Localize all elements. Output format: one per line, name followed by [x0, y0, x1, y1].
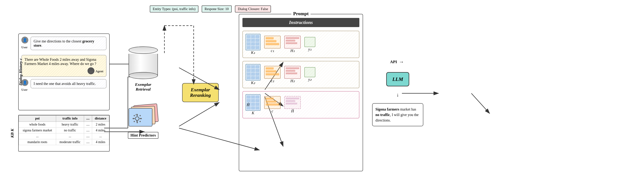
kb-table: poi traffic info .... distance whole foo… [19, 115, 109, 145]
mini-cell [251, 46, 255, 49]
exemplar-row-2: K₂ c₂ H₂ y₂ [242, 61, 359, 88]
mini-cell [251, 42, 255, 46]
history-bar [286, 103, 297, 104]
col-poi: poi [19, 115, 56, 122]
cell: 2 miles [92, 122, 109, 127]
history-bar [286, 98, 299, 99]
c2-label: c₂ [264, 79, 280, 83]
mini-cell [256, 103, 260, 106]
reranking-label-line2: Reranking [188, 93, 213, 98]
cell: 4 miles [92, 127, 109, 133]
h-hat-label: Ĥ [284, 109, 301, 113]
mini-y-1 [304, 37, 315, 47]
table-row: whole foods heavy traffic .... 2 miles [19, 122, 109, 127]
context-bar [266, 43, 279, 45]
k1-label: K₁ [246, 50, 260, 55]
exemplar-row-1: K₁ c₁ H₁ y₁ [242, 31, 359, 58]
context-bar [266, 70, 276, 72]
context-bar [266, 98, 274, 100]
exemplar-row-3: K c Ĥ [242, 91, 359, 118]
history-bar [286, 42, 297, 44]
entity-types-hint: Entity Types: (poi, traffic info) [150, 6, 198, 13]
agent-icon: 🎧 [88, 67, 94, 74]
mini-cell [251, 99, 255, 102]
hint-predictors: Hint Predictors [128, 104, 158, 139]
mini-cell [247, 46, 251, 49]
svg-rect-24 [139, 115, 141, 116]
mini-cell [251, 69, 255, 72]
svg-rect-21 [133, 118, 134, 119]
context-bar [266, 103, 279, 106]
kb-label: KB K [10, 129, 14, 138]
user-label-1: User [22, 46, 28, 49]
mini-cell [247, 65, 251, 68]
prompt-label: Prompt [292, 11, 310, 17]
right-arrow-icon: → [399, 59, 404, 65]
output-bold-1: Sigona farmers [376, 107, 399, 111]
mini-cell [256, 99, 260, 102]
svg-rect-22 [140, 118, 142, 119]
mini-cell [256, 69, 260, 72]
svg-line-8 [179, 102, 219, 126]
mini-history-2 [284, 66, 301, 79]
history-bar [286, 72, 297, 74]
mini-context-2 [264, 66, 280, 79]
k2-label: K₂ [246, 81, 260, 85]
mini-cell [251, 76, 255, 79]
llm-label: LLM [392, 76, 403, 82]
cell: moderate traffic [56, 139, 84, 145]
cell: ... [19, 133, 56, 139]
mini-cell [247, 39, 251, 42]
mini-cell [247, 42, 251, 46]
kb-box: poi traffic info .... distance whole foo… [18, 115, 110, 151]
cell: heavy traffic [56, 122, 84, 127]
table-row: sigona farmers market no traffic .... 4 … [19, 127, 109, 133]
output-bubble: Sigona farmers market has no traffic, I … [372, 103, 423, 126]
history-bar [286, 70, 295, 72]
bubble1-text: Give me directions to the closest [34, 39, 82, 43]
mini-cell [247, 69, 251, 72]
mini-cell [256, 39, 260, 42]
output-middle: market has [399, 107, 416, 111]
mini-cell [256, 76, 260, 79]
svg-rect-20 [137, 122, 138, 123]
mini-cell [256, 72, 260, 76]
context-bar [266, 73, 279, 75]
cell: 4 miles [92, 139, 109, 145]
c1-label: c₁ [264, 49, 280, 53]
cell: mandarin roots [19, 139, 56, 145]
history-bar [286, 100, 295, 102]
user-label-2: User [22, 88, 28, 92]
context-bar [266, 40, 276, 42]
exemplar-retrieval-label: Exemplar Retrieval [135, 82, 151, 92]
mini-cell [251, 65, 255, 68]
output-bold-2: no traffic [376, 113, 390, 117]
api-label: API [390, 60, 397, 64]
c-label: c [264, 109, 280, 113]
user-icon-1: 👤 [22, 37, 28, 44]
col-distance: distance [92, 115, 109, 122]
mini-cell [247, 99, 251, 102]
dialog-history-label: Dialog History c [18, 58, 23, 85]
cell: ... [56, 133, 84, 139]
mini-y-2 [304, 67, 315, 77]
mini-cell [251, 95, 255, 99]
mini-cell [251, 35, 255, 38]
mini-cell [256, 65, 260, 68]
context-bar [266, 100, 276, 103]
gear-icon [132, 113, 143, 124]
bubble2-text: There are Whole Foods 2 miles away and S… [24, 58, 96, 66]
mini-cell [251, 72, 255, 76]
context-bar [266, 67, 274, 70]
mini-cell [256, 106, 260, 110]
down-arrow-icon: ↓ [396, 92, 399, 98]
h1-label: H₁ [284, 49, 301, 53]
exemplar-retrieval-label-line1: Exemplar [135, 82, 151, 87]
col-dots: .... [84, 115, 92, 122]
cell: ... [92, 133, 109, 139]
dialog-bubble-1: Give me directions to the closest grocer… [30, 37, 106, 50]
mini-history-1 [284, 36, 301, 49]
svg-rect-25 [133, 121, 135, 122]
cell: no traffic [56, 127, 84, 133]
mini-table-2 [246, 64, 260, 81]
